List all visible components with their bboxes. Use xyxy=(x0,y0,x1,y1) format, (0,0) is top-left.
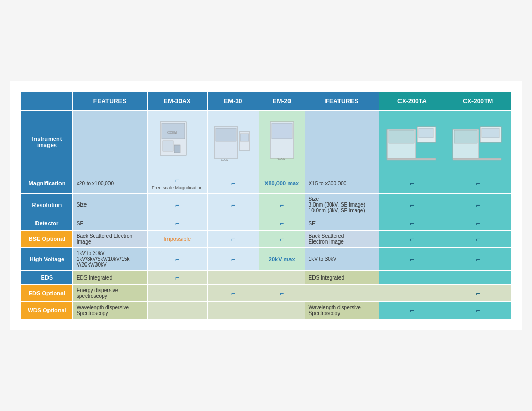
col-header-features2: FEATURES xyxy=(305,92,379,111)
cx200ta-detector: ⌐ xyxy=(379,216,445,231)
cx200tm-image-icon xyxy=(452,119,504,163)
page-wrapper: FEATURES EM-30AX EM-30 EM-20 FEATURES CX… xyxy=(10,81,522,330)
col-header-em30ax: EM-30AX xyxy=(147,92,207,111)
em30-eds xyxy=(207,271,259,285)
cx200tm-resolution: ⌐ xyxy=(445,194,511,216)
svg-text:COEM: COEM xyxy=(167,131,177,134)
label-high-voltage: High Voltage xyxy=(21,248,73,271)
resolution-row: Resolution Size ⌐ ⌐ ⌐ Size 3.0nm (30kV, … xyxy=(21,194,511,216)
em30ax-detector: ⌐ xyxy=(147,216,207,231)
svg-rect-3 xyxy=(163,141,173,151)
em30ax-wds-optional xyxy=(147,302,207,319)
detector-row: Detector SE ⌐ ⌐ SE ⌐ xyxy=(21,216,511,231)
em30-resolution: ⌐ xyxy=(207,194,259,216)
feat2-wds-optional: Wavelength dispersive Spectroscopy xyxy=(305,302,379,319)
em30-bse: ⌐ xyxy=(207,231,259,248)
feat1-wds-optional: Wavelength dispersive Spectroscopy xyxy=(72,302,147,319)
svg-rect-14 xyxy=(389,130,414,143)
bse-optional-row: BSE Optional Back Scattered Electron Ima… xyxy=(21,231,511,248)
svg-rect-11 xyxy=(272,123,292,139)
em20-resolution: ⌐ xyxy=(259,194,305,216)
wds-optional-row: WDS Optional Wavelength dispersive Spect… xyxy=(21,302,511,319)
svg-rect-8 xyxy=(240,134,249,141)
em30ax-resolution: ⌐ xyxy=(147,194,207,216)
em30-magnification: ⌐ xyxy=(207,173,259,194)
em20-high-voltage: 20kV max xyxy=(259,248,305,271)
eds-optional-row: EDS Optional Energy dispersive spectrosc… xyxy=(21,285,511,302)
feat2-high-voltage: 1kV to 30kV xyxy=(305,248,379,271)
feat2-bse: Back Scattered Electron Image xyxy=(305,231,379,248)
em30-image-icon: COEM xyxy=(213,119,252,163)
cx200ta-eds xyxy=(379,271,445,285)
col-header-features1: FEATURES xyxy=(72,92,147,111)
label-resolution: Resolution xyxy=(21,194,73,216)
col-header-cx200ta: CX-200TA xyxy=(379,92,445,111)
cx200tm-instrument xyxy=(445,111,511,173)
em20-eds xyxy=(259,271,305,285)
col-header-em20: EM-20 xyxy=(259,92,305,111)
feat1-high-voltage: 1kV to 30kV 1kV/3kV/5kV/10kV/15k V/20kV/… xyxy=(72,248,147,271)
cx200ta-wds-optional: ⌐ xyxy=(379,302,445,319)
cx200tm-magnification: ⌐ xyxy=(445,173,511,194)
em30ax-eds: ⌐ xyxy=(147,271,207,285)
em20-image-icon: COEM xyxy=(265,119,299,163)
cx200tm-high-voltage: ⌐ xyxy=(445,248,511,271)
cx200tm-eds xyxy=(445,271,511,285)
comparison-table: FEATURES EM-30AX EM-30 EM-20 FEATURES CX… xyxy=(21,92,511,319)
svg-rect-4 xyxy=(174,145,180,153)
label-detector: Detector xyxy=(21,216,73,231)
feat1-eds-optional: Energy dispersive spectroscopy xyxy=(72,285,147,302)
em30-instrument: COEM xyxy=(207,111,259,173)
label-bse-optional: BSE Optional xyxy=(21,231,73,248)
svg-rect-21 xyxy=(482,128,499,138)
em30ax-image-icon: COEM xyxy=(158,119,197,163)
cx200ta-bse: ⌐ xyxy=(379,231,445,248)
col-header-empty xyxy=(21,92,73,111)
cx200ta-resolution: ⌐ xyxy=(379,194,445,216)
svg-rect-22 xyxy=(453,158,501,160)
em20-eds-optional: ⌐ xyxy=(259,285,305,302)
feat2-detector: SE xyxy=(305,216,379,231)
instrument-images-row: Instrument images COEM xyxy=(21,111,511,173)
feat2-eds: EDS Integrated xyxy=(305,271,379,285)
em20-wds-optional xyxy=(259,302,305,319)
em20-instrument: COEM xyxy=(259,111,305,173)
svg-rect-17 xyxy=(387,158,436,160)
feat2-instrument xyxy=(305,111,379,173)
feat1-eds: EDS Integrated xyxy=(72,271,147,285)
svg-rect-16 xyxy=(419,128,433,138)
label-magnification: Magnification xyxy=(21,173,73,194)
svg-text:COEM: COEM xyxy=(221,158,229,161)
svg-text:COEM: COEM xyxy=(277,157,285,160)
col-header-cx200tm: CX-200TM xyxy=(445,92,511,111)
feat2-resolution: Size 3.0nm (30kV, SE Image) 10.0nm (3kV,… xyxy=(305,194,379,216)
feat1-detector: SE xyxy=(72,216,147,231)
cx200ta-instrument xyxy=(379,111,445,173)
eds-row: EDS EDS Integrated ⌐ EDS Integrated xyxy=(21,271,511,285)
cx200tm-bse: ⌐ xyxy=(445,231,511,248)
feat2-magnification: X15 to x300,000 xyxy=(305,173,379,194)
em30-high-voltage: ⌐ xyxy=(207,248,259,271)
svg-rect-19 xyxy=(454,130,477,143)
magnification-row: Magnification x20 to x100,000 ⌐ Free sca… xyxy=(21,173,511,194)
cx200tm-eds-optional: ⌐ xyxy=(445,285,511,302)
em30ax-instrument: COEM xyxy=(147,111,207,173)
feat1-bse: Back Scattered Electron Image xyxy=(72,231,147,248)
cx200ta-magnification: ⌐ xyxy=(379,173,445,194)
label-wds-optional: WDS Optional xyxy=(21,302,73,319)
feat1-resolution: Size xyxy=(72,194,147,216)
label-instrument-images: Instrument images xyxy=(21,111,73,173)
cx200tm-detector: ⌐ xyxy=(445,216,511,231)
high-voltage-row: High Voltage 1kV to 30kV 1kV/3kV/5kV/10k… xyxy=(21,248,511,271)
feat1-instrument xyxy=(72,111,147,173)
em30-wds-optional xyxy=(207,302,259,319)
col-header-em30: EM-30 xyxy=(207,92,259,111)
cx200ta-image-icon xyxy=(386,119,438,163)
em30-detector xyxy=(207,216,259,231)
cx200tm-wds-optional: ⌐ xyxy=(445,302,511,319)
cx200ta-high-voltage: ⌐ xyxy=(379,248,445,271)
feat2-eds-optional xyxy=(305,285,379,302)
em30ax-high-voltage: ⌐ xyxy=(147,248,207,271)
em30ax-bse: Impossible xyxy=(147,231,207,248)
label-eds-optional: EDS Optional xyxy=(21,285,73,302)
